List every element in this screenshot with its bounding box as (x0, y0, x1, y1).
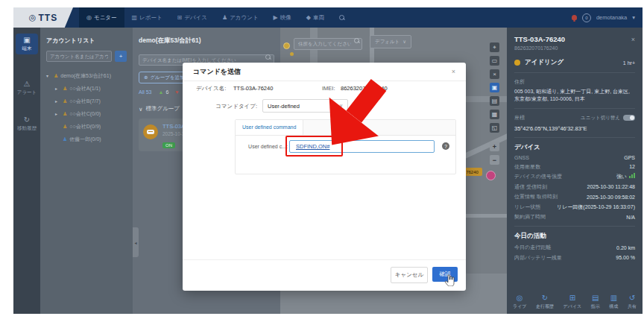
nav-search-button[interactable] (332, 7, 352, 28)
caret-down-icon[interactable]: ▾ (46, 73, 51, 78)
tree-item-company-a[interactable]: ▸ ♟ ○○会社A(1/1) (46, 82, 127, 95)
focus-button[interactable]: ▣ (490, 83, 499, 92)
info-icon[interactable]: ? (442, 142, 449, 150)
map-marker-dot[interactable] (290, 52, 294, 56)
crosshair-icon: ⌖ (493, 44, 496, 51)
caret-right-icon[interactable]: ▸ (55, 86, 60, 91)
row-label: 通信 受信時刻 (514, 183, 547, 191)
app-window: ◎ TTS ◎ モニター ▥ レポート ⊞ デバイス ♟ アカウント ▶ 映像 (13, 7, 643, 314)
action-label: 共有 (628, 303, 637, 310)
caret-down-icon: ∨ (139, 106, 143, 113)
map-marker-dot[interactable] (283, 42, 290, 49)
locate-button[interactable]: ⌖ (490, 42, 499, 52)
filter-alert-icon[interactable]: ♥ (175, 89, 178, 95)
user-menu[interactable]: demotanaka (596, 14, 627, 21)
coordinates-value: 35°42'6.05"N,139°46'32.83"E (514, 125, 635, 132)
coordinates-label: 座標 (514, 114, 525, 121)
action-command[interactable]: ▤ 指示 (591, 294, 600, 310)
rail-item-terminal[interactable]: ▣ 端末 (16, 34, 38, 54)
address-value: 005 003, 昭和通り, 東上野一丁目, 東上野, 台東区, 东京都/東京都… (514, 88, 635, 103)
report-icon: ▥ (132, 14, 138, 21)
notification-badge[interactable]: 0 (582, 13, 591, 22)
status-duration: 1 hr+ (623, 60, 635, 66)
unit-toggle[interactable] (623, 115, 635, 121)
close-icon[interactable]: × (452, 68, 455, 75)
zoom-out-button[interactable]: − (490, 155, 499, 165)
tab-user-defined-command[interactable]: User defined command (236, 120, 303, 135)
row-value: リレー回復(2025-10-29 16:33:07) (557, 203, 635, 211)
action-live[interactable]: ◎ ライブ (513, 294, 526, 310)
nav-item-account[interactable]: ♟ アカウント (215, 7, 266, 28)
nav-label: 映像 (280, 14, 291, 22)
card-view-button[interactable]: ▤ (490, 96, 499, 106)
account-search-button[interactable]: + (115, 51, 127, 62)
close-icon: × (493, 71, 496, 78)
activity-section-title: 今日の活動 (514, 232, 635, 241)
logo[interactable]: ◎ TTS (13, 7, 73, 28)
nav-item-vehicle[interactable]: ◆ 車両 (299, 7, 332, 28)
tree-label: demo(在庫53/合計61) (60, 72, 111, 80)
account-search-input[interactable] (46, 51, 112, 62)
plus-icon: + (119, 53, 123, 60)
tree-label: ○○会社C(0/0) (69, 110, 101, 118)
map-marker[interactable] (486, 171, 496, 180)
nav-item-report[interactable]: ▥ レポート (124, 7, 170, 28)
ruler-icon: ▭ (492, 57, 498, 64)
tree-item-company-b[interactable]: ▸ ♟ ○○会社B(7/7) (46, 95, 127, 107)
cancel-button[interactable]: キャンセル (391, 267, 428, 283)
filter-moving-icon[interactable]: ▲ (159, 89, 164, 95)
layers-button[interactable]: ▦ (490, 110, 499, 119)
add-group-label: グループを追加 (150, 75, 184, 81)
card-icon: ▤ (492, 98, 498, 104)
rail-item-history[interactable]: ↻ 移動履歴 (13, 116, 40, 132)
idle-status-icon (514, 60, 520, 66)
nav-item-device[interactable]: ⊞ デバイス (170, 7, 215, 28)
fullscreen-button[interactable]: ◱ (490, 123, 499, 133)
user-caret-icon: ▾ (632, 14, 635, 21)
filter-all[interactable]: All 53 (139, 89, 152, 95)
close-icon[interactable]: × (631, 36, 635, 43)
tree-label: ○○会社A(1/1) (69, 85, 101, 92)
caret-right-icon[interactable]: ▸ (55, 98, 60, 104)
tree-item-company-d[interactable]: ♟ ○○会社D(0/9) (46, 120, 127, 133)
detail-row: デバイスの信号強度 強い (514, 173, 635, 180)
tree-item-user[interactable]: ♟ 佐藤一郎(0/0) (46, 133, 127, 145)
nav-label: モニター (94, 14, 117, 22)
device-status-badge: ON (162, 142, 175, 148)
detail-row: 使用衛星数 12 (514, 163, 635, 171)
action-share[interactable]: ↺ 共有 (628, 294, 637, 310)
signal-bars-icon (629, 173, 635, 178)
action-config[interactable]: ▥ 構成 (609, 294, 618, 310)
clear-button[interactable]: × (490, 69, 499, 79)
person-icon: ♟ (63, 111, 67, 117)
live-icon: ◎ (517, 294, 523, 302)
nav-item-monitor[interactable]: ◎ モニター (79, 7, 124, 28)
action-label: 走行履歴 (536, 303, 554, 310)
detail-row: 内部バッテリー残量 95.00 % (514, 254, 635, 262)
tree-item-root[interactable]: ▾ ♟ demo(在庫53/合計61) (46, 69, 127, 82)
row-label: GNSS (514, 155, 529, 160)
measure-button[interactable]: ▭ (490, 56, 499, 66)
detail-action-bar: ◎ ライブ ↻ 走行履歴 ⊞ デバイス ▤ 指示 ▥ 構成 ↺ 共有 (513, 294, 637, 310)
person-icon: ♟ (63, 86, 67, 92)
collapse-left-icon: ◂ (134, 240, 136, 245)
action-route-history[interactable]: ↻ 走行履歴 (536, 294, 554, 310)
device-section-title: デバイス (514, 143, 635, 152)
rail-item-alert[interactable]: ⚠ アラート (13, 80, 40, 96)
map-style-dropdown[interactable]: デフォルト ∨ (370, 35, 411, 48)
nav-item-video[interactable]: ▶ 映像 (266, 7, 299, 28)
row-value: GPS (624, 155, 635, 160)
car-icon (143, 124, 158, 139)
zoom-in-button[interactable]: + (490, 142, 499, 151)
app-header: ◎ TTS ◎ モニター ▥ レポート ⊞ デバイス ♟ アカウント ▶ 映像 (13, 7, 643, 28)
plus-circle-icon: ⊕ (144, 75, 148, 80)
tree-item-company-c[interactable]: ▸ ♟ ○○会社C(0/0) (46, 107, 127, 120)
action-device[interactable]: ⊞ デバイス (564, 294, 582, 310)
caret-right-icon[interactable]: ▸ (55, 111, 60, 116)
bell-icon[interactable] (572, 15, 577, 20)
map-search-input[interactable] (294, 38, 362, 50)
panel-collapse-handle[interactable]: ◂ (133, 227, 139, 257)
vehicle-icon: ◆ (306, 14, 311, 21)
tree-label: ○○会社B(7/7) (69, 98, 101, 105)
action-label: 構成 (609, 303, 618, 310)
